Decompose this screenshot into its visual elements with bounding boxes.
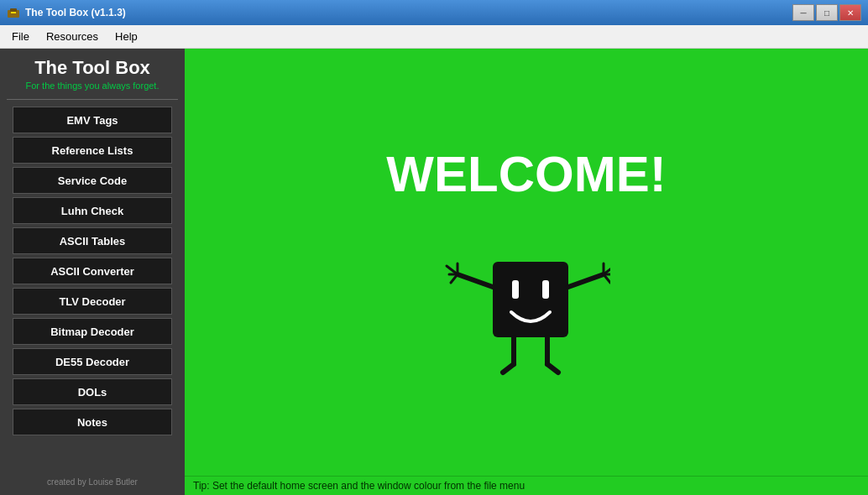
nav-service-code[interactable]: Service Code [13,167,172,194]
nav-emv-tags[interactable]: EMV Tags [13,107,172,133]
sidebar-footer: created by Louise Butler [47,471,138,487]
window-controls: ─ □ ✕ [792,4,861,21]
svg-rect-1 [10,8,17,12]
svg-line-17 [503,364,514,373]
nav-ascii-tables[interactable]: ASCII Tables [13,227,172,254]
close-button[interactable]: ✕ [839,4,861,21]
main-container: The Tool Box For the things you always f… [0,49,868,495]
tip-text: Tip: Set the default home screen and the… [193,480,525,492]
title-bar: The Tool Box (v1.1.3) ─ □ ✕ [0,0,868,25]
svg-line-19 [547,364,558,373]
svg-rect-3 [493,262,568,337]
nav-ascii-converter[interactable]: ASCII Converter [13,258,172,284]
sidebar-subtitle: For the things you always forget. [26,81,159,91]
menu-help[interactable]: Help [107,27,146,46]
welcome-heading: WELCOME! [386,145,666,203]
restore-button[interactable]: □ [816,4,838,21]
nav-tlv-decoder[interactable]: TLV Decoder [13,288,172,315]
menu-bar: File Resources Help [0,25,868,49]
svg-line-6 [458,274,493,287]
mascot [442,228,610,379]
window-title: The Tool Box (v1.1.3) [25,7,126,18]
svg-rect-4 [512,280,519,299]
sidebar-divider [7,99,178,100]
nav-luhn-check[interactable]: Luhn Check [13,197,172,224]
content-main: WELCOME! [185,49,868,476]
mascot-svg [442,228,610,379]
minimize-button[interactable]: ─ [792,4,814,21]
svg-rect-2 [11,12,16,13]
content-area: WELCOME! [185,49,868,495]
nav-notes[interactable]: Notes [13,409,172,435]
nav-de55-decoder[interactable]: DE55 Decoder [13,348,172,375]
svg-rect-5 [542,280,549,299]
nav-dols[interactable]: DOLs [13,378,172,405]
nav-bitmap-decoder[interactable]: Bitmap Decoder [13,318,172,345]
app-icon [7,6,20,19]
menu-file[interactable]: File [3,27,38,46]
sidebar: The Tool Box For the things you always f… [0,49,185,495]
sidebar-title: The Tool Box [34,57,150,79]
svg-line-11 [568,274,604,287]
tip-bar: Tip: Set the default home screen and the… [185,476,868,495]
menu-resources[interactable]: Resources [38,27,107,46]
nav-reference-lists[interactable]: Reference Lists [13,137,172,164]
